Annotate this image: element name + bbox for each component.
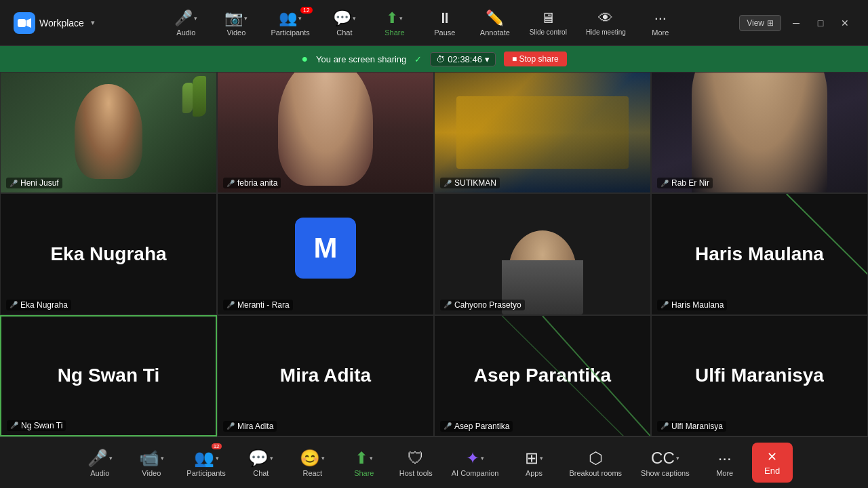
pause-button[interactable]: ⏸ Pause <box>421 5 469 41</box>
bottom-chat-button[interactable]: 💬 ▾ Chat <box>237 445 285 481</box>
name-text: Cahyono Prasetyo <box>454 300 521 310</box>
close-button[interactable]: ✕ <box>835 14 854 33</box>
bottom-host-tools-button[interactable]: 🛡 Host tools <box>391 445 441 481</box>
video-cell-heni[interactable]: 🎤 Heni Jusuf <box>0 72 217 193</box>
chat-chevron-icon: ▾ <box>353 15 356 22</box>
bottom-apps-button[interactable]: ⊞ ▾ Apps <box>509 445 558 481</box>
audio-label: Audio <box>176 28 195 37</box>
participant-name-cahyono: 🎤 Cahyono Prasetyo <box>440 300 525 310</box>
video-cell-ulfi[interactable]: Ulfi Maranisya 🎤 Ulfi Maranisya <box>651 315 868 436</box>
video-chevron-icon: ▾ <box>244 15 248 22</box>
hide-icon: 👁 <box>598 9 613 27</box>
bottom-chat-icon: 💬 <box>248 449 269 468</box>
maximize-button[interactable]: □ <box>811 14 830 33</box>
share-status-text: You are screen sharing <box>316 54 406 64</box>
bottom-captions-button[interactable]: CC ▾ Show captions <box>633 445 698 481</box>
bottom-breakout-button[interactable]: ⬡ Breakout rooms <box>561 445 630 481</box>
participants-icon: 👥 <box>279 9 297 27</box>
bottom-more-button[interactable]: ··· More <box>701 445 749 481</box>
bottom-participants-button[interactable]: 👥 ▾ 12 Participants <box>178 445 233 481</box>
end-x-icon: ✕ <box>767 449 777 464</box>
mic-icon: 🎤 <box>443 301 452 308</box>
video-button[interactable]: 📷 ▾ Video <box>212 5 260 41</box>
video-icon: 📷 <box>224 9 243 27</box>
share-status-icon: ● <box>301 53 308 65</box>
chat-label: Chat <box>336 28 352 37</box>
timer-icon: ⏱ <box>436 54 445 64</box>
participant-name-ulfi: 🎤 Ulfi Maranisya <box>657 421 726 432</box>
zoom-logo[interactable]: Workplace ▾ <box>5 12 107 34</box>
ngswan-name-text: Ng Swan Ti <box>58 365 159 386</box>
bottom-captions-chevron-icon: ▾ <box>676 455 679 462</box>
view-label: View <box>747 18 764 28</box>
timer-box[interactable]: ⏱ 02:38:46 ▾ <box>430 52 496 66</box>
mira-name-text: Mira Adita <box>280 365 371 386</box>
bottom-participants-label: Participants <box>186 469 225 477</box>
participants-button[interactable]: 👥 ▾ 12 Participants <box>262 5 317 41</box>
grid-icon: ⊞ <box>767 18 774 28</box>
name-text: Ulfi Maranisya <box>671 422 723 431</box>
mic-icon: 🎤 <box>660 180 669 187</box>
participant-name-sutikman: 🎤 SUTIKMAN <box>440 178 500 188</box>
view-button[interactable]: View ⊞ <box>739 15 781 31</box>
more-button[interactable]: ··· More <box>637 5 684 41</box>
participant-name-mira: 🎤 Mira Adita <box>223 421 277 432</box>
share-chevron-icon: ▾ <box>399 15 403 22</box>
bottom-share-label: Share <box>354 469 374 477</box>
stop-icon: ■ <box>512 54 517 64</box>
name-text: Haris Maulana <box>671 300 724 310</box>
hide-meeting-label: Hide meeting <box>586 28 626 36</box>
share-button[interactable]: ⬆ ▾ Share <box>371 5 418 41</box>
timer-chevron-icon: ▾ <box>485 54 490 64</box>
name-text: Ng Swan Ti <box>21 421 62 430</box>
bottom-react-icon: 😊 <box>300 449 320 468</box>
mic-icon: 🎤 <box>226 180 235 187</box>
video-label: Video <box>226 28 245 37</box>
bottom-breakout-icon: ⬡ <box>589 449 603 468</box>
audio-button[interactable]: 🎤 ▾ Audio <box>162 5 210 41</box>
bottom-participants-icon: 👥 <box>194 449 214 468</box>
video-cell-cahyono[interactable]: 🎤 Cahyono Prasetyo <box>434 193 651 314</box>
participant-name-rab: 🎤 Rab Er Nir <box>657 178 713 188</box>
bottom-more-label: More <box>716 469 733 477</box>
participant-name-asep: 🎤 Asep Parantika <box>440 421 513 432</box>
video-cell-haris[interactable]: Haris Maulana 🎤 Haris Maulana <box>651 193 868 314</box>
name-text: Heni Jusuf <box>20 178 59 188</box>
bottom-share-button[interactable]: ⬆ ▾ Share <box>340 445 389 481</box>
video-cell-rab[interactable]: 🎤 Rab Er Nir <box>651 72 868 193</box>
video-cell-asep[interactable]: Asep Parantika 🎤 Asep Parantika <box>434 315 651 436</box>
chat-button[interactable]: 💬 ▾ Chat <box>321 5 368 41</box>
window-controls: View ⊞ ─ □ ✕ <box>739 14 863 33</box>
name-text: febria anita <box>237 178 277 188</box>
bottom-react-button[interactable]: 😊 ▾ React <box>288 445 337 481</box>
bottom-react-label: React <box>302 469 322 477</box>
bottom-audio-button[interactable]: 🎤 ▾ Audio <box>75 445 124 481</box>
name-text: Asep Parantika <box>454 422 509 431</box>
video-cell-meranti[interactable]: M 🎤 Meranti - Rara <box>217 193 434 314</box>
participant-name-meranti: 🎤 Meranti - Rara <box>223 300 293 310</box>
minimize-button[interactable]: ─ <box>787 14 806 33</box>
share-label: Share <box>384 28 404 37</box>
video-cell-sutikman[interactable]: 🎤 SUTIKMAN <box>434 72 651 193</box>
mic-icon: 🎤 <box>660 301 669 308</box>
annotate-button[interactable]: ✏️ Annotate <box>471 5 519 41</box>
video-cell-mira[interactable]: Mira Adita 🎤 Mira Adita <box>217 315 434 436</box>
hide-meeting-button[interactable]: 👁 Hide meeting <box>578 5 634 40</box>
brand-name: Workplace <box>39 18 84 28</box>
participants-label: Participants <box>271 28 309 37</box>
participant-name-haris: 🎤 Haris Maulana <box>657 300 727 310</box>
video-cell-febria[interactable]: 🎤 febria anita <box>217 72 434 193</box>
name-text: Meranti - Rara <box>237 300 290 310</box>
bottom-participants-badge: 12 <box>212 443 222 449</box>
slide-control-button[interactable]: 🖥 Slide control <box>521 5 575 40</box>
stop-share-button[interactable]: ■ Stop share <box>504 52 567 66</box>
bottom-ai-button[interactable]: ✦ ▾ AI Companion <box>443 445 507 481</box>
video-cell-eka[interactable]: Eka Nugraha 🎤 Eka Nugraha <box>0 193 217 314</box>
bottom-video-button[interactable]: 📹 ▾ Video <box>127 445 176 481</box>
bottom-ai-icon: ✦ <box>466 449 479 468</box>
logo-chevron-icon[interactable]: ▾ <box>91 18 95 27</box>
video-cell-ngswan[interactable]: Ng Swan Ti 🎤 Ng Swan Ti <box>0 315 217 436</box>
slide-control-icon: 🖥 <box>540 9 555 27</box>
more-label: More <box>652 28 669 37</box>
end-meeting-button[interactable]: ✕ End <box>752 443 793 483</box>
